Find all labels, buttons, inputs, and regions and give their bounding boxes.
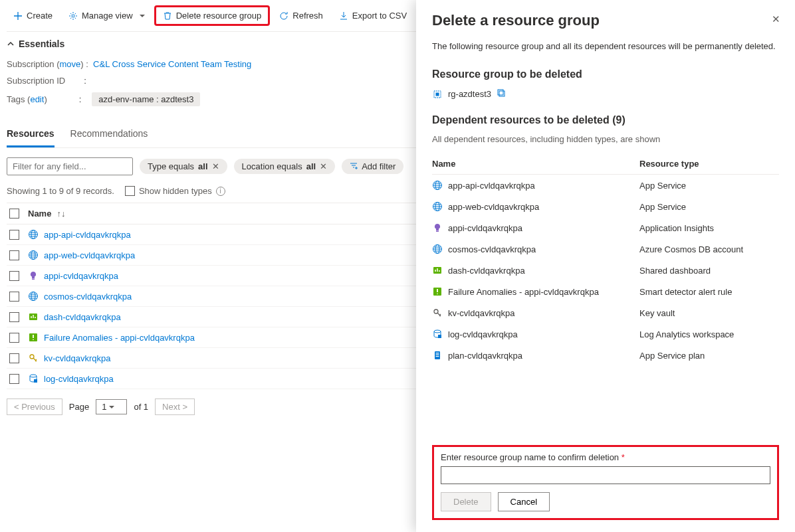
- dep-type: App Service: [639, 181, 779, 191]
- delete-rg-label: Delete resource group: [176, 11, 262, 21]
- resource-link[interactable]: dash-cvldqavkrqkpa: [44, 312, 121, 322]
- tab-recommendations[interactable]: Recommendations: [70, 122, 148, 147]
- row-checkbox[interactable]: [9, 250, 19, 260]
- subscription-link[interactable]: C&L Cross Service Content Team Testing: [93, 59, 251, 69]
- tab-resources[interactable]: Resources: [7, 122, 55, 147]
- dep-row: app-api-cvldqavkrqkpaApp Service: [432, 175, 779, 196]
- row-checkbox[interactable]: [9, 353, 19, 363]
- resource-link[interactable]: cosmos-cvldqavkrqkpa: [44, 292, 132, 302]
- row-checkbox[interactable]: [9, 292, 19, 302]
- trash-icon: [163, 11, 172, 21]
- info-icon[interactable]: i: [216, 187, 225, 196]
- resource-icon: [28, 373, 39, 384]
- resource-icon: [432, 286, 443, 297]
- resource-link[interactable]: appi-cvldqavkrqkpa: [44, 271, 118, 281]
- manage-view-button[interactable]: Manage view: [62, 7, 152, 24]
- dep-name: Failure Anomalies - appi-cvldqavkrqkpa: [448, 287, 599, 297]
- export-csv-button[interactable]: Export to CSV: [332, 7, 413, 24]
- show-hidden-checkbox[interactable]: [125, 186, 135, 196]
- resource-icon: [28, 229, 39, 240]
- filter-plus-icon: [350, 161, 358, 171]
- filter-input[interactable]: [7, 157, 133, 175]
- dep-table-header: Name Resource type: [432, 153, 779, 175]
- download-icon: [339, 11, 348, 21]
- row-checkbox[interactable]: [9, 271, 19, 281]
- dep-section-header: Dependent resources to be deleted (9): [432, 114, 779, 126]
- row-checkbox[interactable]: [9, 230, 19, 240]
- show-hidden-label: Show hidden types: [139, 186, 212, 196]
- svg-rect-19: [498, 90, 503, 95]
- dep-row: log-cvldqavkrqkpaLog Analytics workspace: [432, 323, 779, 345]
- plus-icon: [13, 11, 23, 21]
- cancel-button[interactable]: Cancel: [498, 492, 550, 511]
- panel-title: Delete a resource group: [432, 12, 779, 29]
- chevron-down-icon: [137, 11, 145, 21]
- resource-icon: [432, 265, 443, 276]
- resource-link[interactable]: app-api-cvldqavkrqkpa: [44, 230, 131, 240]
- svg-point-0: [72, 15, 74, 17]
- edit-link[interactable]: edit: [30, 94, 44, 104]
- resource-icon: [432, 180, 443, 191]
- resource-icon: [432, 329, 443, 339]
- location-filter-pill[interactable]: Location equals all ✕: [234, 159, 336, 174]
- close-icon[interactable]: ✕: [320, 161, 327, 171]
- type-filter-pill[interactable]: Type equals all ✕: [140, 159, 227, 174]
- delete-button[interactable]: Delete: [441, 492, 491, 511]
- dep-type: Application Insights: [639, 223, 779, 233]
- select-all-checkbox[interactable]: [9, 209, 19, 219]
- row-checkbox[interactable]: [9, 333, 19, 343]
- dep-type: Azure Cosmos DB account: [639, 244, 779, 254]
- resource-icon: [28, 332, 39, 343]
- dep-type: Smart detector alert rule: [639, 287, 779, 297]
- svg-point-30: [434, 330, 441, 333]
- tag-chip[interactable]: azd-env-name : azdtest3: [92, 92, 200, 106]
- confirm-input[interactable]: [441, 466, 770, 484]
- subscription-label: Subscription (move) :: [7, 59, 88, 69]
- refresh-button[interactable]: Refresh: [273, 7, 330, 24]
- dep-type: Shared dashboard: [639, 266, 779, 276]
- confirm-section: Enter resource group name to confirm del…: [432, 445, 779, 520]
- create-button[interactable]: Create: [7, 7, 59, 24]
- svg-rect-8: [32, 279, 35, 280]
- resource-icon: [432, 222, 443, 233]
- resource-link[interactable]: Failure Anomalies - appi-cvldqavkrqkpa: [44, 333, 195, 343]
- resource-icon: [432, 201, 443, 212]
- page-select[interactable]: 1: [96, 399, 127, 414]
- copy-icon[interactable]: [497, 88, 506, 100]
- resource-icon: [28, 291, 39, 302]
- svg-rect-15: [34, 379, 37, 383]
- resource-icon: [432, 308, 443, 318]
- svg-rect-32: [435, 351, 440, 359]
- dep-type: App Service plan: [639, 351, 779, 361]
- panel-description: The following resource group and all its…: [432, 41, 779, 51]
- dep-col-type: Resource type: [639, 159, 779, 169]
- rg-to-delete: rg-azdtest3: [432, 88, 779, 100]
- move-link[interactable]: move: [59, 59, 80, 69]
- resource-icon: [432, 244, 443, 254]
- dep-row: kv-cvldqavkrqkpaKey vault: [432, 302, 779, 323]
- resource-link[interactable]: app-web-cvldqavkrqkpa: [44, 250, 135, 260]
- close-icon[interactable]: ✕: [212, 161, 219, 171]
- export-csv-label: Export to CSV: [352, 11, 407, 21]
- svg-rect-17: [436, 92, 439, 96]
- close-panel-button[interactable]: ✕: [772, 13, 780, 25]
- resource-link[interactable]: kv-cvldqavkrqkpa: [44, 353, 110, 363]
- row-checkbox[interactable]: [9, 374, 19, 384]
- dep-row: Failure Anomalies - appi-cvldqavkrqkpaSm…: [432, 281, 779, 302]
- resource-group-icon: [432, 89, 443, 100]
- svg-point-14: [30, 375, 37, 377]
- dep-name: plan-cvldqavkrqkpa: [448, 351, 522, 361]
- delete-resource-group-button[interactable]: Delete resource group: [154, 5, 271, 26]
- resource-icon: [28, 311, 39, 322]
- add-filter-pill[interactable]: Add filter: [342, 159, 403, 174]
- refresh-label: Refresh: [292, 11, 323, 21]
- dep-row: dash-cvldqavkrqkpaShared dashboard: [432, 260, 779, 281]
- svg-rect-24: [436, 231, 439, 232]
- row-checkbox[interactable]: [9, 312, 19, 322]
- svg-rect-35: [436, 356, 439, 357]
- dep-name: app-api-cvldqavkrqkpa: [448, 181, 535, 191]
- next-button[interactable]: Next >: [155, 399, 195, 415]
- dep-row: app-web-cvldqavkrqkpaApp Service: [432, 196, 779, 217]
- previous-button[interactable]: < Previous: [7, 399, 62, 415]
- resource-link[interactable]: log-cvldqavkrqkpa: [44, 374, 114, 384]
